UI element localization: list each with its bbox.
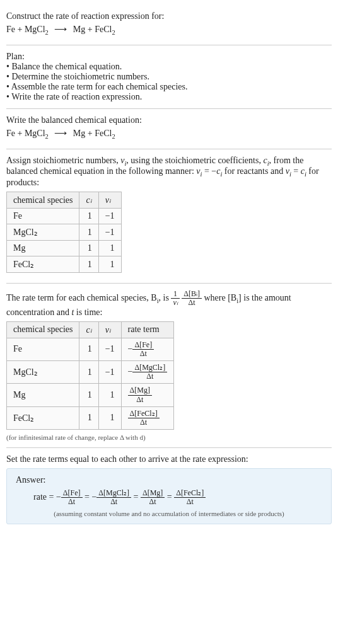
- balanced-title: Write the balanced chemical equation:: [6, 115, 332, 125]
- assign-section: Assign stoichiometric numbers, νi, using…: [6, 149, 332, 284]
- table-row: Fe1−1−Δ[Fe]Δt: [7, 338, 174, 360]
- col-nui: νᵢ: [98, 192, 121, 209]
- product-1: Mg: [73, 25, 85, 34]
- answer-note: (assuming constant volume and no accumul…: [16, 510, 322, 517]
- arrow-icon: ⟶: [50, 25, 71, 34]
- table-row: FeCl₂11: [7, 256, 122, 273]
- table-header-row: chemical species cᵢ νᵢ: [7, 192, 122, 209]
- reactant-1: Fe: [6, 25, 15, 34]
- frac-dBi-dt: Δ[Bᵢ]Δt: [182, 290, 202, 307]
- frac-1-over-nu: 1νᵢ: [171, 290, 179, 307]
- table-row: Mg11Δ[Mg]Δt: [7, 384, 174, 406]
- assign-text: Assign stoichiometric numbers, νi, using…: [6, 156, 332, 188]
- rateterm-text: The rate term for each chemical species,…: [6, 290, 332, 317]
- plan-item-3: • Assemble the rate term for each chemic…: [6, 82, 332, 92]
- plan-item-2: • Determine the stoichiometric numbers.: [6, 72, 332, 82]
- plan-section: Plan: • Balance the chemical equation. •…: [6, 45, 332, 109]
- table-row: MgCl₂1−1−Δ[MgCl₂]Δt: [7, 360, 174, 383]
- intro-section: Construct the rate of reaction expressio…: [6, 5, 332, 45]
- answer-label: Answer:: [16, 475, 322, 485]
- plan-title: Plan:: [6, 52, 332, 62]
- product-2: FeCl2: [95, 25, 115, 34]
- answer-expression: rate = −Δ[Fe]Δt = −Δ[MgCl₂]Δt = Δ[Mg]Δt …: [16, 489, 322, 506]
- intro-equation: Fe + MgCl2 ⟶ Mg + FeCl2: [6, 24, 332, 36]
- plan-item-4: • Write the rate of reaction expression.: [6, 92, 332, 102]
- col-ci: cᵢ: [79, 192, 98, 209]
- infinitesimal-note: (for infinitesimal rate of change, repla…: [6, 434, 332, 441]
- answer-box: Answer: rate = −Δ[Fe]Δt = −Δ[MgCl₂]Δt = …: [6, 468, 332, 524]
- table-row: Mg11: [7, 241, 122, 256]
- stoich-table-1: chemical species cᵢ νᵢ Fe1−1 MgCl₂1−1 Mg…: [6, 192, 122, 273]
- table-row: MgCl₂1−1: [7, 224, 122, 241]
- table-row: FeCl₂11Δ[FeCl₂]Δt: [7, 406, 174, 429]
- reactant-2: MgCl2: [25, 25, 49, 34]
- setequal-text: Set the rate terms equal to each other t…: [6, 454, 332, 464]
- balanced-equation: Fe + MgCl2 ⟶ Mg + FeCl2: [6, 128, 332, 140]
- intro-title: Construct the rate of reaction expressio…: [6, 11, 332, 21]
- balanced-section: Write the balanced chemical equation: Fe…: [6, 109, 332, 149]
- table-row: Fe1−1: [7, 209, 122, 224]
- col-species: chemical species: [7, 192, 79, 209]
- plan-item-1: • Balance the chemical equation.: [6, 62, 332, 72]
- arrow-icon: ⟶: [50, 129, 71, 138]
- table-header-row: chemical species cᵢ νᵢ rate term: [7, 321, 174, 338]
- stoich-table-2: chemical species cᵢ νᵢ rate term Fe1−1−Δ…: [6, 321, 174, 430]
- rateterm-section: The rate term for each chemical species,…: [6, 284, 332, 448]
- setequal-section: Set the rate terms equal to each other t…: [6, 448, 332, 531]
